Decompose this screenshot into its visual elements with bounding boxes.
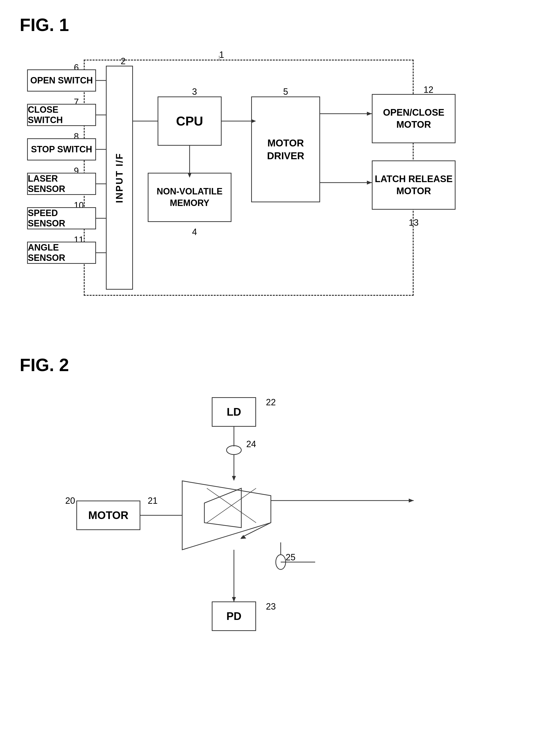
fig2-title: FIG. 2 [20,355,519,375]
open-close-motor-box: OPEN/CLOSE MOTOR [372,94,455,143]
open-switch-block: OPEN SWITCH [27,69,96,92]
ref-4: 4 [192,227,197,237]
fig1-container: 1 6 OPEN SWITCH 7 CLOSE SWITCH 8 STOP SW… [20,45,488,315]
fig1-title: FIG. 1 [20,15,519,35]
motor-driver-box: MOTOR DRIVER [251,97,320,202]
fig2-container: 22 LD 23 PD 20 MOTOR 21 24 25 [20,385,463,655]
latch-release-motor-box: LATCH RELEASE MOTOR [372,161,455,210]
page: FIG. 1 1 6 OPEN SWITCH 7 CLOSE SWITCH 8 … [0,0,539,756]
ref-2: 2 [121,56,125,66]
svg-marker-21 [409,499,414,503]
svg-point-17 [227,446,241,454]
ref-3: 3 [192,87,197,97]
svg-marker-22 [182,481,271,550]
fig2-diagram [20,385,463,655]
svg-marker-19 [232,476,236,481]
svg-marker-23 [204,488,241,528]
stop-switch-block: STOP SWITCH [27,138,96,161]
fig1-dashed-box [84,60,414,296]
ref-5: 5 [283,87,288,97]
angle-sensor-block: ANGLE SENSOR [27,242,96,264]
cpu-box: CPU [158,97,222,146]
input-if-box: INPUT I/F [106,66,133,290]
input-if-label: INPUT I/F [114,153,125,203]
ref-13: 13 [409,218,419,228]
nvm-box: NON-VOLATILE MEMORY [148,173,231,222]
ref-12: 12 [424,85,433,95]
laser-sensor-block: LASER SENSOR [27,173,96,195]
speed-sensor-block: SPEED SENSOR [27,207,96,229]
ref-1: 1 [219,50,224,60]
close-switch-block: CLOSE SWITCH [27,104,96,126]
svg-marker-31 [232,597,236,602]
